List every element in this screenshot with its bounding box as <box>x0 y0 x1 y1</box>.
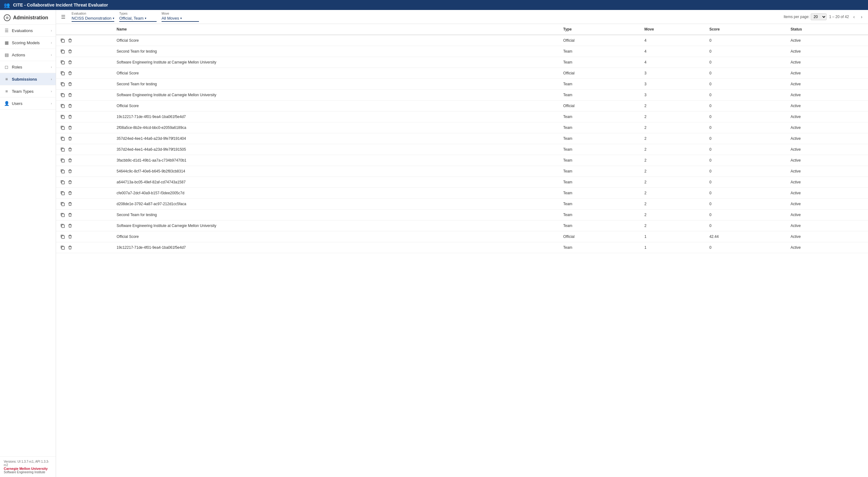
copy-button[interactable] <box>60 212 65 218</box>
delete-button[interactable] <box>67 70 73 76</box>
row-move: 2 <box>641 144 706 155</box>
delete-button[interactable] <box>67 114 73 120</box>
delete-button[interactable] <box>67 49 73 54</box>
table-row: Official Score Official 1 42.44 Active <box>56 231 868 242</box>
table-row: 357d24ed-4ee1-44a6-a23d-9fe79f191505 Tea… <box>56 144 868 155</box>
copy-button[interactable] <box>60 103 65 109</box>
delete-button[interactable] <box>67 125 73 130</box>
delete-button[interactable] <box>67 223 73 228</box>
row-score: 0 <box>706 199 787 210</box>
sidebar-item-label: Actions <box>12 53 48 57</box>
row-status: Active <box>787 242 868 253</box>
delete-button[interactable] <box>67 168 73 174</box>
row-actions-cell <box>56 101 113 112</box>
copy-icon <box>60 71 65 75</box>
copy-button[interactable] <box>60 168 65 174</box>
svg-rect-17 <box>62 225 64 228</box>
items-per-page-select[interactable]: 20 50 100 <box>811 13 827 20</box>
evaluations-icon: ☰ <box>4 28 9 33</box>
row-type: Team <box>559 199 641 210</box>
delete-button[interactable] <box>67 92 73 98</box>
sidebar-item-evaluations[interactable]: ☰ Evaluations › <box>0 25 56 37</box>
copy-button[interactable] <box>60 114 65 120</box>
row-name: Official Score <box>113 35 559 46</box>
row-move: 2 <box>641 177 706 188</box>
row-name: Software Engineering Institute at Carneg… <box>113 57 559 68</box>
copy-icon <box>60 93 65 97</box>
sidebar-item-users[interactable]: 👤 Users › <box>0 97 56 109</box>
row-type: Team <box>559 242 641 253</box>
trash-icon <box>68 136 72 141</box>
copy-button[interactable] <box>60 223 65 228</box>
copy-button[interactable] <box>60 234 65 240</box>
admin-icon: ⊕ <box>4 14 10 21</box>
row-actions <box>60 49 109 54</box>
delete-button[interactable] <box>67 201 73 207</box>
row-status: Active <box>787 155 868 166</box>
sidebar-item-scoring-models[interactable]: ▦ Scoring Models › <box>0 37 56 49</box>
delete-button[interactable] <box>67 136 73 141</box>
copy-button[interactable] <box>60 158 65 163</box>
table-row: Second Team for testing Team 4 0 Active <box>56 46 868 57</box>
copy-button[interactable] <box>60 49 65 54</box>
copy-button[interactable] <box>60 92 65 98</box>
next-page-button[interactable]: › <box>859 13 864 20</box>
delete-button[interactable] <box>67 60 73 65</box>
table-row: 3facbb9c-d1d1-49b1-aa7a-c734b97470b1 Tea… <box>56 155 868 166</box>
copy-button[interactable] <box>60 201 65 207</box>
row-move: 1 <box>641 242 706 253</box>
delete-button[interactable] <box>67 190 73 196</box>
svg-rect-19 <box>62 247 64 249</box>
copy-button[interactable] <box>60 38 65 43</box>
copy-button[interactable] <box>60 147 65 152</box>
row-status: Active <box>787 57 868 68</box>
delete-button[interactable] <box>67 158 73 163</box>
evaluation-select[interactable]: NCISS Demonstration ▾ <box>72 16 114 22</box>
delete-button[interactable] <box>67 245 73 250</box>
row-name: cfe007a7-2dcf-40a9-b157-f3dee2005c7d <box>113 188 559 199</box>
delete-button[interactable] <box>67 103 73 109</box>
row-name: Second Team for testing <box>113 79 559 90</box>
copy-icon <box>60 180 65 184</box>
sidebar-item-submissions[interactable]: ≡ Submissions › <box>0 73 56 85</box>
row-score: 0 <box>706 46 787 57</box>
copy-button[interactable] <box>60 81 65 87</box>
prev-page-button[interactable]: ‹ <box>851 13 857 20</box>
delete-button[interactable] <box>67 147 73 152</box>
copy-button[interactable] <box>60 190 65 196</box>
row-score: 0 <box>706 166 787 177</box>
sidebar-item-actions[interactable]: ▤ Actions › <box>0 49 56 61</box>
copy-button[interactable] <box>60 70 65 76</box>
copy-button[interactable] <box>60 60 65 65</box>
roles-icon: ◻ <box>4 64 9 70</box>
delete-button[interactable] <box>67 212 73 218</box>
sidebar-item-roles[interactable]: ◻ Roles › <box>0 61 56 73</box>
table-row: Official Score Official 2 0 Active <box>56 101 868 112</box>
sidebar-item-label: Users <box>12 101 48 106</box>
submissions-table-container: Name Type Move Score Status <box>56 24 868 477</box>
delete-button[interactable] <box>67 234 73 240</box>
row-actions <box>60 60 109 65</box>
svg-rect-13 <box>62 181 64 184</box>
trash-icon <box>68 104 72 108</box>
row-score: 0 <box>706 242 787 253</box>
copy-icon <box>60 224 65 228</box>
copy-button[interactable] <box>60 125 65 130</box>
types-select[interactable]: Official, Team ▾ <box>119 16 157 22</box>
delete-button[interactable] <box>67 38 73 43</box>
menu-toggle-button[interactable]: ☰ <box>60 13 67 21</box>
copy-button[interactable] <box>60 136 65 141</box>
sidebar-item-team-types[interactable]: ≡ Team Types › <box>0 85 56 97</box>
evaluation-value: NCISS Demonstration <box>72 16 112 21</box>
copy-button[interactable] <box>60 179 65 185</box>
copy-button[interactable] <box>60 245 65 250</box>
delete-button[interactable] <box>67 179 73 185</box>
row-status: Active <box>787 101 868 112</box>
delete-button[interactable] <box>67 81 73 87</box>
row-move: 2 <box>641 122 706 133</box>
row-name: Second Team for testing <box>113 46 559 57</box>
table-header-row: Name Type Move Score Status <box>56 24 868 35</box>
move-select[interactable]: All Moves ▾ <box>162 16 199 22</box>
scoring-models-icon: ▦ <box>4 40 9 45</box>
trash-icon <box>68 245 72 250</box>
